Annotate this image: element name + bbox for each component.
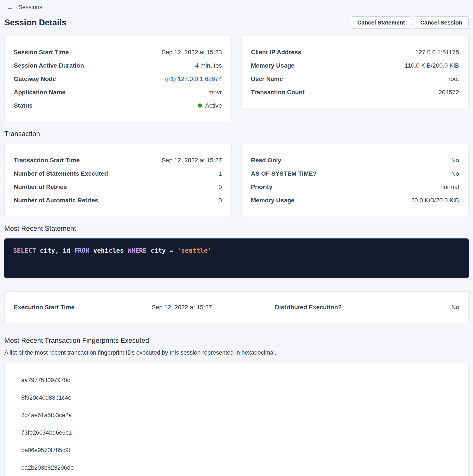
row-label: AS OF SYSTEM TIME?: [251, 170, 316, 177]
row-status: Status Active: [14, 99, 222, 112]
row-value: movr: [208, 89, 222, 96]
row-label: Transaction Start Time: [14, 157, 80, 164]
fingerprint-item: ba2b203b823296de: [5, 459, 468, 476]
sql-token-keyword: SELECT: [13, 247, 36, 254]
row-as-of-system-time: AS OF SYSTEM TIME? No: [251, 167, 459, 180]
row-number-of-retries: Number of Retries 0: [14, 180, 222, 194]
row-label: Number of Automatic Retries: [14, 197, 98, 204]
row-user-name: User Name root: [251, 72, 459, 85]
page-title: Session Details: [4, 18, 66, 27]
row-gateway-node: Gateway Node (n1) 127.0.0.1:62674: [14, 72, 222, 85]
sql-token-keyword: FROM: [74, 247, 89, 254]
row-value: 204572: [439, 89, 459, 96]
row-memory-usage: Memory Usage 110.0 KiB/200.0 KiB: [251, 59, 459, 72]
execution-start-time-label: Execution Start Time: [14, 304, 152, 311]
row-application-name: Application Name movr: [14, 85, 222, 99]
row-transaction-count: Transaction Count 204572: [251, 85, 459, 99]
row-value: 0: [218, 183, 222, 190]
row-value: No: [451, 170, 459, 177]
back-to-sessions-link[interactable]: ← Sessions: [7, 4, 42, 11]
execution-start-time-value: Sep 12, 2022 at 15:27: [152, 304, 275, 311]
row-label: Number of Statements Executed: [14, 170, 108, 177]
row-transaction-start-time: Transaction Start Time Sep 12, 2022 at 1…: [14, 153, 222, 167]
sql-token-keyword: WHERE: [128, 247, 147, 254]
fingerprint-item: 73fe26034bd6e6c1: [5, 424, 468, 442]
row-label: Memory Usage: [251, 197, 294, 204]
row-label: Status: [14, 102, 33, 109]
cancel-statement-button[interactable]: Cancel Statement: [351, 17, 411, 29]
fingerprints-section-heading: Most Recent Transaction Fingerprints Exe…: [4, 337, 469, 344]
transaction-card-left: Transaction Start Time Sep 12, 2022 at 1…: [4, 144, 231, 217]
row-value: 110.0 KiB/200.0 KiB: [405, 62, 459, 69]
transaction-section-heading: Transaction: [4, 130, 469, 138]
gateway-node-link[interactable]: (n1) 127.0.0.1:62674: [165, 75, 222, 83]
fingerprints-section-subtitle: A list of the most recent transaction fi…: [4, 349, 469, 356]
execution-info-card: Execution Start Time Sep 12, 2022 at 15:…: [4, 291, 469, 323]
row-label: Gateway Node: [14, 75, 56, 83]
row-session-active-duration: Session Active Duration 4 minutes: [14, 59, 222, 72]
back-arrow-icon: ←: [7, 4, 14, 11]
row-client-ip-address: Client IP Address 127.0.0.1:51175: [251, 46, 459, 59]
row-label: Application Name: [14, 89, 65, 96]
fingerprint-item: 8d4ae61a5fb3ce2a: [5, 407, 468, 424]
session-cards-row: Session Start Time Sep 12, 2022 at 15:23…: [4, 36, 469, 122]
row-value: root: [449, 75, 459, 83]
transaction-cards-row: Transaction Start Time Sep 12, 2022 at 1…: [4, 144, 469, 217]
status-active-dot-icon: [198, 103, 202, 108]
fingerprints-card: aa79775ff097970c 8f920c40d88b1c4e 8d4ae6…: [4, 362, 469, 476]
back-link-label: Sessions: [18, 4, 42, 11]
row-value: 1: [218, 170, 222, 177]
row-label: Client IP Address: [251, 49, 301, 56]
sql-token-plain: city =: [147, 247, 177, 254]
row-label: Number of Retries: [14, 183, 67, 190]
session-info-card-right: Client IP Address 127.0.0.1:51175 Memory…: [242, 36, 469, 109]
fingerprint-item: be06e9570f785c9f: [5, 442, 468, 459]
fingerprint-item: 8f920c40d88b1c4e: [5, 389, 468, 407]
sql-token-plain: vehicles: [89, 247, 128, 254]
row-label: Memory Usage: [251, 62, 294, 69]
row-transaction-memory-usage: Memory Usage 20.0 KiB/20.0 KiB: [251, 194, 459, 207]
row-value: normal: [440, 183, 459, 190]
row-label: Read Only: [251, 157, 281, 164]
row-priority: Priority normal: [251, 180, 459, 194]
row-value: Sep 12, 2022 at 15:27: [162, 157, 222, 164]
row-label: User Name: [251, 75, 283, 83]
row-label: Transaction Count: [251, 89, 305, 96]
row-value: Sep 12, 2022 at 15:23: [162, 49, 222, 56]
session-info-card-left: Session Start Time Sep 12, 2022 at 15:23…: [4, 36, 231, 122]
transaction-card-right: Read Only No AS OF SYSTEM TIME? No Prior…: [242, 144, 469, 217]
session-details-page: ← Sessions Session Details Cancel Statem…: [0, 0, 473, 476]
fingerprint-item: aa79775ff097970c: [5, 372, 468, 389]
row-label: Priority: [251, 183, 272, 190]
row-statements-executed: Number of Statements Executed 1: [14, 167, 222, 180]
sql-statement: SELECT city, id FROM vehicles WHERE city…: [13, 247, 460, 255]
sql-statement-box: SELECT city, id FROM vehicles WHERE city…: [4, 238, 469, 278]
status-text: Active: [205, 102, 222, 109]
statement-section-heading: Most Recent Statement: [4, 225, 469, 233]
page-header: Session Details Cancel Statement Cancel …: [4, 17, 469, 29]
row-value: 127.0.0.1:51175: [415, 49, 459, 56]
sql-token-string: 'seattle': [177, 247, 212, 254]
row-label: Session Start Time: [14, 49, 69, 56]
row-value: No: [451, 157, 459, 164]
distributed-execution-label: Distributed Execution?: [275, 304, 451, 311]
row-automatic-retries: Number of Automatic Retries 0: [14, 194, 222, 207]
row-value: 4 minutes: [196, 62, 222, 69]
distributed-execution-value: No: [451, 304, 459, 311]
cancel-session-button[interactable]: Cancel Session: [414, 17, 469, 29]
row-read-only: Read Only No: [251, 153, 459, 167]
row-session-start-time: Session Start Time Sep 12, 2022 at 15:23: [14, 46, 222, 59]
header-buttons: Cancel Statement Cancel Session: [351, 17, 469, 29]
row-label: Session Active Duration: [14, 62, 84, 69]
sql-token-plain: city, id: [36, 247, 74, 254]
row-value: 0: [218, 197, 222, 204]
status-badge: Active: [198, 102, 222, 109]
row-value: 20.0 KiB/20.0 KiB: [411, 197, 459, 204]
back-row: ← Sessions: [4, 3, 469, 11]
